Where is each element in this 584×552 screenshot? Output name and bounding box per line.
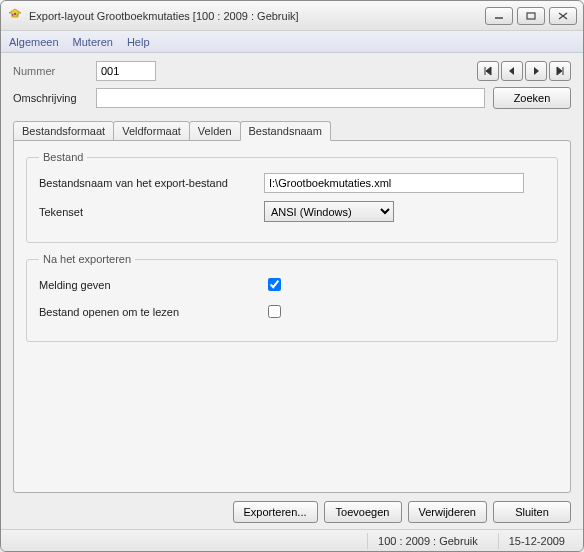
close-button[interactable] — [549, 7, 577, 25]
group-na-legend: Na het exporteren — [39, 253, 135, 265]
sluiten-button[interactable]: Sluiten — [493, 501, 571, 523]
statusbar: 100 : 2009 : Gebruik 15-12-2009 — [1, 529, 583, 551]
exporteren-button[interactable]: Exporteren... — [233, 501, 318, 523]
toevoegen-button[interactable]: Toevoegen — [324, 501, 402, 523]
tab-bestandsformaat[interactable]: Bestandsformaat — [13, 121, 114, 141]
tekenset-select[interactable]: ANSI (Windows) — [264, 201, 394, 222]
titlebar: Export-layout Grootboekmutaties [100 : 2… — [1, 1, 583, 31]
svg-point-2 — [17, 14, 19, 16]
nummer-input[interactable] — [96, 61, 156, 81]
verwijderen-button[interactable]: Verwijderen — [408, 501, 487, 523]
status-date: 15-12-2009 — [498, 533, 575, 549]
melding-label: Melding geven — [39, 279, 264, 291]
tab-bestandsnaam[interactable]: Bestandsnaam — [240, 121, 331, 141]
nummer-row: Nummer — [13, 61, 571, 81]
app-icon — [7, 8, 23, 24]
openen-checkbox[interactable] — [268, 305, 281, 318]
tab-velden[interactable]: Velden — [189, 121, 241, 141]
tab-veldformaat[interactable]: Veldformaat — [113, 121, 190, 141]
tabstrip: Bestandsformaat Veldformaat Velden Besta… — [13, 121, 571, 141]
nummer-label: Nummer — [13, 65, 88, 77]
record-nav — [477, 61, 571, 81]
nav-prev-button[interactable] — [501, 61, 523, 81]
svg-point-1 — [12, 14, 14, 16]
menu-algemeen[interactable]: Algemeen — [9, 36, 59, 48]
nav-last-button[interactable] — [549, 61, 571, 81]
menubar: Algemeen Muteren Help — [1, 31, 583, 53]
group-bestand: Bestand Bestandsnaam van het export-best… — [26, 151, 558, 243]
content-area: Nummer Omschrijving Zoeken Bestandsforma… — [1, 53, 583, 493]
tab-panel-bestandsnaam: Bestand Bestandsnaam van het export-best… — [13, 140, 571, 493]
openen-label: Bestand openen om te lezen — [39, 306, 264, 318]
action-bar: Exporteren... Toevoegen Verwijderen Slui… — [1, 493, 583, 529]
omschrijving-input[interactable] — [96, 88, 485, 108]
app-window: Export-layout Grootboekmutaties [100 : 2… — [0, 0, 584, 552]
menu-help[interactable]: Help — [127, 36, 150, 48]
group-bestand-legend: Bestand — [39, 151, 87, 163]
window-title: Export-layout Grootboekmutaties [100 : 2… — [29, 10, 481, 22]
nav-first-button[interactable] — [477, 61, 499, 81]
omschrijving-label: Omschrijving — [13, 92, 88, 104]
tekenset-label: Tekenset — [39, 206, 264, 218]
melding-checkbox[interactable] — [268, 278, 281, 291]
svg-point-0 — [14, 12, 16, 14]
nav-next-button[interactable] — [525, 61, 547, 81]
minimize-button[interactable] — [485, 7, 513, 25]
svg-rect-4 — [527, 13, 535, 19]
omschrijving-row: Omschrijving Zoeken — [13, 87, 571, 109]
export-path-label: Bestandsnaam van het export-bestand — [39, 177, 264, 189]
group-na-exporteren: Na het exporteren Melding geven Bestand … — [26, 253, 558, 342]
maximize-button[interactable] — [517, 7, 545, 25]
zoeken-button[interactable]: Zoeken — [493, 87, 571, 109]
status-context: 100 : 2009 : Gebruik — [367, 533, 488, 549]
menu-muteren[interactable]: Muteren — [73, 36, 113, 48]
export-path-input[interactable] — [264, 173, 524, 193]
